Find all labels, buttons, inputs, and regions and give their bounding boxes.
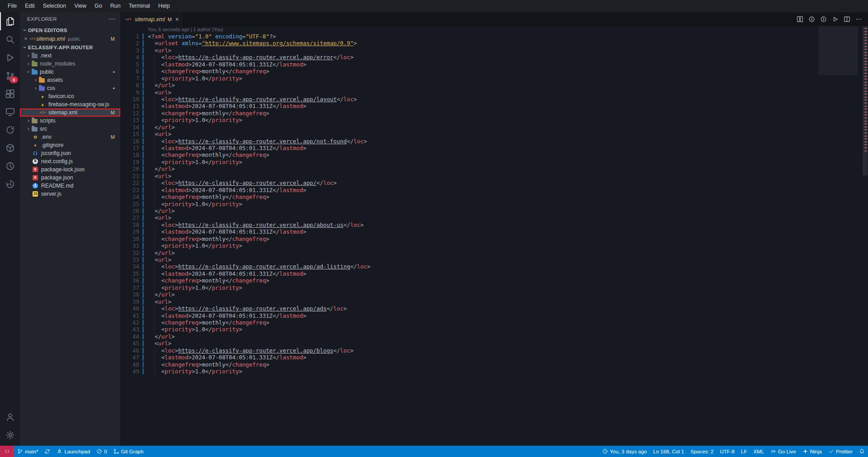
activity-accounts[interactable]: [0, 408, 20, 426]
tree-item-.next[interactable]: ›.next: [20, 52, 120, 60]
code-line[interactable]: 45 <url>: [120, 340, 868, 347]
code-line[interactable]: 23 <lastmod>2024-07-08T04:05:01.331Z</la…: [120, 187, 868, 193]
explorer-more-actions-icon[interactable]: [108, 15, 116, 23]
code-line[interactable]: 35 <lastmod>2024-07-08T04:05:01.331Z</la…: [120, 270, 868, 277]
status-go-live[interactable]: Go Live: [767, 446, 799, 457]
activity-explorer[interactable]: [0, 12, 20, 30]
code-line[interactable]: 43 <priority>1.0</priority>: [120, 326, 868, 333]
code-line[interactable]: 15 <url>: [120, 131, 868, 137]
run-file-button[interactable]: [830, 14, 840, 24]
code-line[interactable]: 12 <changefreq>monthly</changefreq>: [120, 110, 868, 117]
code-line[interactable]: 22 <loc>https://e-classify-app-router.ve…: [120, 179, 868, 186]
tree-item-jsconfig.json[interactable]: {}jsconfig.json: [20, 149, 120, 157]
code-line[interactable]: 38 </url>: [120, 291, 868, 298]
code-line[interactable]: 31 <priority>1.0</priority>: [120, 242, 868, 249]
tree-item-package.json[interactable]: npackage.json: [20, 174, 120, 182]
code-line[interactable]: 18 <changefreq>monthly</changefreq>: [120, 151, 868, 158]
status-indentation[interactable]: Spaces: 2: [687, 446, 717, 457]
code-line[interactable]: 19 <priority>1.0</priority>: [120, 159, 868, 165]
code-line[interactable]: 41 <lastmod>2024-07-08T04:05:01.331Z</la…: [120, 312, 868, 319]
code-line[interactable]: 20 </url>: [120, 165, 868, 172]
code-line[interactable]: 3 <url>: [120, 47, 868, 54]
tab-sitemap-xml[interactable]: </> sitemap.xml M ×: [120, 12, 184, 26]
tree-item-.env[interactable]: ⚙.envM: [20, 133, 120, 141]
root-folder-header[interactable]: › ECLASSIFY-APP-ROUTER: [20, 43, 120, 52]
code-line[interactable]: 7 <priority>1.0</priority>: [120, 75, 868, 82]
code-line[interactable]: 49 <priority>1.0</priority>: [120, 368, 868, 375]
activity-remote-explorer[interactable]: [0, 103, 20, 121]
code-line[interactable]: 32 </url>: [120, 250, 868, 256]
tree-item-sitemap.xml[interactable]: </>sitemap.xmlM: [20, 108, 120, 117]
menu-selection[interactable]: Selection: [39, 0, 70, 12]
status-gitlens-blame[interactable]: You, 3 days ago: [599, 446, 650, 457]
activity-settings[interactable]: [0, 426, 20, 444]
code-line[interactable]: 48 <changefreq>monthly</changefreq>: [120, 361, 868, 368]
menu-help[interactable]: Help: [154, 0, 174, 12]
status-prettier[interactable]: Prettier: [825, 446, 856, 457]
tree-item-firebase-messaging-sw.js[interactable]: ▲firebase-messaging-sw.js: [20, 100, 120, 108]
code-line[interactable]: 9 <url>: [120, 89, 868, 96]
code-line[interactable]: 13 <priority>1.0</priority>: [120, 117, 868, 123]
scrollbar-thumb[interactable]: [863, 26, 868, 175]
status-sync-changes[interactable]: [41, 446, 53, 457]
tree-item-favicon.ico[interactable]: ★favicon.ico: [20, 92, 120, 100]
activity-extensions[interactable]: [0, 85, 20, 103]
code-line[interactable]: 6 <changefreq>monthly</changefreq>: [120, 68, 868, 75]
blame-next-button[interactable]: [818, 14, 828, 24]
tab-close-icon[interactable]: ×: [175, 16, 179, 23]
more-actions-button[interactable]: [854, 14, 863, 24]
open-editors-header[interactable]: › OPEN EDITORS: [20, 26, 120, 34]
tree-item-src[interactable]: ›src: [20, 125, 120, 133]
status-git-graph[interactable]: Git Graph: [110, 446, 147, 457]
code-line[interactable]: 2 <urlset xmlns="http://www.sitemaps.org…: [120, 40, 868, 47]
activity-timeline[interactable]: [0, 175, 20, 193]
menu-file[interactable]: File: [4, 0, 21, 12]
activity-docker[interactable]: [0, 139, 20, 157]
gitlens-codelens[interactable]: You, 6 seconds ago | 1 author (You): [120, 26, 868, 33]
code-line[interactable]: 42 <changefreq>monthly</changefreq>: [120, 319, 868, 326]
status-notifications[interactable]: [856, 446, 868, 457]
vertical-scrollbar[interactable]: [862, 26, 868, 446]
status-git-branch[interactable]: main*: [14, 446, 41, 457]
tree-item-assets[interactable]: ›assets: [20, 76, 120, 84]
status-encoding[interactable]: UTF-8: [717, 446, 738, 457]
activity-source-control[interactable]: 3: [0, 66, 20, 85]
code-line[interactable]: 5 <lastmod>2024-07-08T04:05:01.331Z</las…: [120, 61, 868, 68]
blame-previous-button[interactable]: [807, 14, 816, 24]
code-line[interactable]: 8 </url>: [120, 82, 868, 89]
code-line[interactable]: 30 <changefreq>monthly</changefreq>: [120, 236, 868, 242]
status-eol[interactable]: LF: [738, 446, 750, 457]
code-line[interactable]: 24 <changefreq>monthly</changefreq>: [120, 193, 868, 200]
tree-item-css[interactable]: ›css•: [20, 84, 120, 92]
code-line[interactable]: 39 <url>: [120, 298, 868, 305]
code-line[interactable]: 26 </url>: [120, 207, 868, 214]
code-line[interactable]: 34 <loc>https://e-classify-app-router.ve…: [120, 263, 868, 270]
menu-view[interactable]: View: [70, 0, 90, 12]
tree-item-server.js[interactable]: JSserver.js: [20, 190, 120, 198]
code-line[interactable]: 1<?xml version="1.0" encoding="UTF-8"?>: [120, 33, 868, 40]
open-editor-item[interactable]: ×</>sitemap.xmlpublicM: [20, 34, 120, 43]
tree-item-README.md[interactable]: iREADME.md: [20, 182, 120, 190]
code-editor[interactable]: You, 6 seconds ago | 1 author (You) 1<?x…: [120, 26, 868, 446]
code-line[interactable]: 37 <priority>1.0</priority>: [120, 284, 868, 291]
tree-item-scripts[interactable]: ›scripts: [20, 117, 120, 125]
activity-gitlens[interactable]: [0, 157, 20, 175]
code-line[interactable]: 11 <lastmod>2024-07-08T04:05:01.331Z</la…: [120, 103, 868, 109]
code-line[interactable]: 21 <url>: [120, 173, 868, 179]
status-console-ninja[interactable]: Ninja: [799, 446, 825, 457]
code-line[interactable]: 14 </url>: [120, 124, 868, 131]
activity-ports[interactable]: [0, 121, 20, 139]
status-problems[interactable]: 0: [93, 446, 110, 457]
status-remote-indicator[interactable]: [0, 446, 14, 457]
code-line[interactable]: 47 <lastmod>2024-07-08T04:05:01.331Z</la…: [120, 354, 868, 361]
menu-terminal[interactable]: Terminal: [125, 0, 154, 12]
menu-go[interactable]: Go: [90, 0, 106, 12]
code-line[interactable]: 29 <lastmod>2024-07-08T04:05:01.331Z</la…: [120, 228, 868, 235]
code-line[interactable]: 28 <loc>https://e-classify-app-router.ve…: [120, 221, 868, 228]
code-line[interactable]: 25 <priority>1.0</priority>: [120, 201, 868, 207]
menu-run[interactable]: Run: [106, 0, 125, 12]
tree-item-.gitignore[interactable]: ◆.gitignore: [20, 141, 120, 149]
code-line[interactable]: 17 <lastmod>2024-07-08T04:05:01.331Z</la…: [120, 145, 868, 151]
tree-item-node_modules[interactable]: ›node_modules: [20, 60, 120, 68]
code-line[interactable]: 10 <loc>https://e-classify-app-router.ve…: [120, 96, 868, 103]
